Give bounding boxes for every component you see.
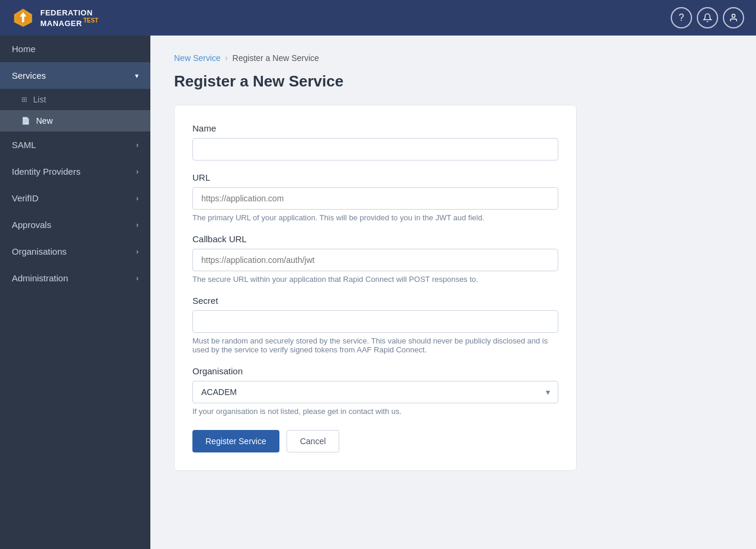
svg-point-3 [732,14,735,17]
sidebar: Home Services ▾ ⊞ List 📄 New SAML › Id [0,36,150,549]
sidebar-item-organisations[interactable]: Organisations › [0,238,150,265]
new-label: New [36,116,53,126]
home-label: Home [12,44,36,54]
administration-chevron-icon: › [136,274,139,282]
name-label: Name [192,123,558,133]
sidebar-item-verifid[interactable]: VerifID › [0,185,150,211]
list-label: List [33,95,46,104]
organisation-select[interactable]: ACADEM [192,381,558,403]
cancel-button[interactable]: Cancel [287,430,340,452]
page-title: Register a New Service [174,72,732,91]
verifid-label: VerifID [12,193,38,203]
logo-text: FEDERATION MANAGERTEST [40,7,98,29]
url-input[interactable] [192,187,558,210]
organisations-label: Organisations [12,246,67,256]
main-content: New Service › Register a New Service Reg… [150,36,756,549]
new-icon: 📄 [21,117,30,125]
sidebar-item-administration[interactable]: Administration › [0,265,150,291]
identity-providers-chevron-icon: › [136,168,139,176]
secret-input[interactable] [192,310,558,333]
form-actions: Register Service Cancel [192,430,558,452]
verifid-chevron-icon: › [136,194,139,203]
secret-label: Secret [192,296,558,306]
sidebar-item-saml[interactable]: SAML › [0,131,150,158]
logo-icon [12,7,34,29]
breadcrumb-current: Register a New Service [233,53,319,63]
administration-label: Administration [12,273,68,283]
callback-url-input[interactable] [192,249,558,271]
help-button[interactable]: ? [671,7,692,28]
breadcrumb-separator: › [226,54,228,62]
callback-url-label: Callback URL [192,234,558,244]
header-actions: ? [671,7,744,28]
services-chevron-icon: ▾ [135,72,139,80]
callback-url-field-group: Callback URL The secure URL within your … [192,234,558,284]
sidebar-item-services[interactable]: Services ▾ [0,62,150,89]
notifications-button[interactable] [697,7,718,28]
sidebar-item-home[interactable]: Home [0,36,150,62]
sidebar-item-identity-providers[interactable]: Identity Providers › [0,158,150,185]
organisations-chevron-icon: › [136,248,139,256]
url-label: URL [192,172,558,182]
approvals-label: Approvals [12,220,52,230]
breadcrumb-parent[interactable]: New Service [174,53,221,63]
secret-field-group: Secret Must be random and securely store… [192,296,558,354]
list-icon: ⊞ [21,95,27,104]
identity-providers-label: Identity Providers [12,166,81,176]
organisation-help: If your organisation is not listed, plea… [192,407,558,416]
register-service-button[interactable]: Register Service [192,430,279,452]
organisation-select-wrapper: ACADEM ▾ [192,381,558,403]
sidebar-item-approvals[interactable]: Approvals › [0,211,150,238]
app-header: FEDERATION MANAGERTEST ? [0,0,756,36]
sidebar-sub-item-new[interactable]: 📄 New [0,110,150,131]
organisation-field-group: Organisation ACADEM ▾ If your organisati… [192,366,558,416]
services-label: Services [12,70,46,81]
secret-help: Must be random and securely stored by th… [192,336,558,354]
saml-chevron-icon: › [136,141,139,149]
breadcrumb: New Service › Register a New Service [174,53,732,63]
user-button[interactable] [723,7,744,28]
url-field-group: URL The primary URL of your application.… [192,172,558,222]
saml-label: SAML [12,140,36,150]
organisation-label: Organisation [192,366,558,376]
callback-url-help: The secure URL within your application t… [192,275,558,284]
name-input[interactable] [192,138,558,160]
approvals-chevron-icon: › [136,221,139,229]
name-field-group: Name [192,123,558,160]
url-help: The primary URL of your application. Thi… [192,213,558,222]
logo: FEDERATION MANAGERTEST [12,7,98,29]
sidebar-sub-item-list[interactable]: ⊞ List [0,89,150,110]
register-service-form: Name URL The primary URL of your applica… [174,105,577,471]
